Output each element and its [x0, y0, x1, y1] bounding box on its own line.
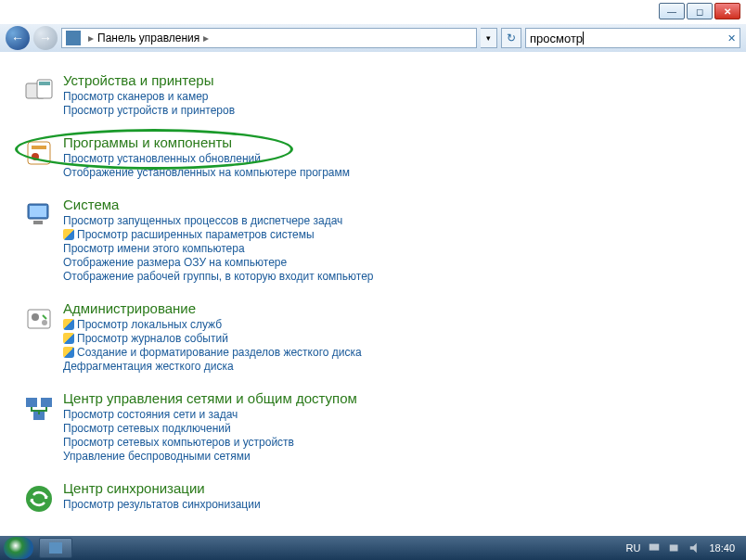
svg-rect-12 [26, 398, 37, 407]
category-title[interactable]: Центр синхронизации [63, 480, 746, 496]
category-title[interactable]: Устройства и принтеры [63, 72, 746, 88]
svg-point-10 [32, 313, 39, 321]
svg-rect-21 [670, 545, 678, 552]
uac-shield-icon [63, 229, 74, 240]
network-tray-icon[interactable] [668, 541, 681, 554]
category-title[interactable]: Центр управления сетями и общим доступом [63, 390, 746, 406]
svg-marker-22 [690, 543, 697, 554]
category-link[interactable]: Просмотр запущенных процессов в диспетче… [63, 214, 746, 227]
minimize-button[interactable]: — [659, 3, 685, 19]
devices-icon [22, 74, 56, 108]
category-body: Устройства и принтерыПросмотр сканеров и… [63, 72, 746, 118]
navigation-bar: ← → ▸ Панель управления ▸ ▾ ↻ просмотр ✕ [0, 24, 746, 52]
category-body: СистемаПросмотр запущенных процессов в д… [63, 197, 746, 284]
address-bar[interactable]: ▸ Панель управления ▸ [61, 28, 477, 48]
svg-rect-2 [39, 82, 50, 85]
network-icon [22, 392, 56, 426]
category-body: Центр управления сетями и общим доступом… [63, 390, 746, 464]
link-text: Просмотр сетевых компьютеров и устройств [63, 436, 294, 449]
link-text: Отображение рабочей группы, в которую вх… [63, 270, 374, 283]
category-link[interactable]: Просмотр результатов синхронизации [63, 498, 746, 511]
uac-shield-icon [63, 347, 74, 358]
category-link[interactable]: Дефрагментация жесткого диска [63, 360, 746, 373]
link-text: Отображение установленных на компьютере … [63, 166, 350, 179]
category-body: Центр синхронизацииПросмотр результатов … [63, 480, 746, 515]
category-block: Программы и компонентыПросмотр установле… [22, 134, 746, 180]
breadcrumb-separator: ▸ [84, 32, 97, 45]
category-title[interactable]: Программы и компоненты [63, 134, 746, 150]
maximize-button[interactable]: ◻ [687, 3, 713, 19]
category-link[interactable]: Просмотр сканеров и камер [63, 90, 746, 103]
clock[interactable]: 18:40 [709, 542, 735, 554]
category-link[interactable]: Просмотр локальных служб [63, 318, 746, 331]
close-button[interactable]: ✕ [714, 3, 740, 19]
category-link[interactable]: Просмотр сетевых компьютеров и устройств [63, 436, 746, 449]
search-input[interactable]: просмотр ✕ [525, 28, 740, 48]
volume-icon[interactable] [688, 541, 701, 554]
svg-rect-9 [28, 310, 50, 328]
link-text: Просмотр запущенных процессов в диспетче… [63, 214, 342, 227]
category-link[interactable]: Просмотр сетевых подключений [63, 422, 746, 435]
svg-rect-3 [28, 142, 50, 164]
nav-back-button[interactable]: ← [6, 26, 30, 50]
category-link[interactable]: Отображение размера ОЗУ на компьютере [63, 256, 746, 269]
clear-search-button[interactable]: ✕ [727, 32, 736, 45]
link-text: Просмотр локальных служб [77, 318, 222, 331]
category-link[interactable]: Управление беспроводными сетями [63, 450, 746, 463]
category-link[interactable]: Просмотр устройств и принтеров [63, 104, 746, 117]
category-block: СистемаПросмотр запущенных процессов в д… [22, 197, 746, 284]
link-text: Просмотр сканеров и камер [63, 90, 209, 103]
refresh-button[interactable]: ↻ [501, 28, 521, 48]
link-text: Создание и форматирование разделов жестк… [77, 346, 362, 359]
link-text: Просмотр расширенных параметров системы [77, 228, 315, 241]
svg-point-15 [26, 486, 52, 512]
language-indicator[interactable]: RU [626, 542, 641, 554]
svg-point-11 [42, 320, 47, 325]
category-title[interactable]: Администрирование [63, 300, 746, 316]
category-link[interactable]: Просмотр состояния сети и задач [63, 408, 746, 421]
window-controls: — ◻ ✕ [659, 3, 740, 19]
link-text: Просмотр сетевых подключений [63, 422, 231, 435]
svg-rect-20 [650, 544, 660, 551]
link-text: Просмотр результатов синхронизации [63, 498, 261, 511]
category-body: Программы и компонентыПросмотр установле… [63, 134, 746, 180]
system-icon [22, 198, 56, 232]
results-pane: Устройства и принтерыПросмотр сканеров и… [0, 54, 746, 536]
action-center-icon[interactable] [648, 541, 661, 554]
category-block: АдминистрированиеПросмотр локальных служ… [22, 300, 746, 374]
system-tray: RU 18:40 [626, 541, 742, 554]
category-link[interactable]: Просмотр журналов событий [63, 332, 746, 345]
svg-rect-8 [33, 221, 43, 224]
category-body: АдминистрированиеПросмотр локальных служ… [63, 300, 746, 374]
svg-rect-13 [41, 398, 52, 407]
taskbar: RU 18:40 [0, 536, 746, 560]
uac-shield-icon [63, 319, 74, 330]
breadcrumb-item[interactable]: Панель управления [97, 32, 199, 45]
control-panel-icon [66, 31, 81, 45]
category-block: Устройства и принтерыПросмотр сканеров и… [22, 72, 746, 118]
start-button[interactable] [4, 537, 33, 559]
link-text: Просмотр имени этого компьютера [63, 242, 245, 255]
link-text: Отображение размера ОЗУ на компьютере [63, 256, 287, 269]
address-dropdown-button[interactable]: ▾ [481, 28, 497, 48]
taskbar-app-button[interactable] [39, 538, 72, 558]
link-text: Управление беспроводными сетями [63, 450, 251, 463]
link-text: Просмотр установленных обновлений [63, 152, 261, 165]
category-link[interactable]: Просмотр установленных обновлений [63, 152, 746, 165]
category-link[interactable]: Просмотр имени этого компьютера [63, 242, 746, 255]
svg-rect-4 [32, 146, 46, 149]
admin-icon [22, 302, 56, 336]
nav-forward-button[interactable]: → [33, 26, 58, 50]
programs-icon [22, 136, 56, 170]
category-link[interactable]: Создание и форматирование разделов жестк… [63, 346, 746, 359]
uac-shield-icon [63, 333, 74, 344]
category-link[interactable]: Отображение установленных на компьютере … [63, 166, 746, 179]
svg-rect-7 [30, 206, 46, 217]
category-block: Центр синхронизацииПросмотр результатов … [22, 480, 746, 515]
link-text: Дефрагментация жесткого диска [63, 360, 234, 373]
category-title[interactable]: Система [63, 197, 746, 212]
category-link[interactable]: Отображение рабочей группы, в которую вх… [63, 270, 746, 283]
sync-icon [22, 482, 56, 515]
link-text: Просмотр журналов событий [77, 332, 228, 345]
category-link[interactable]: Просмотр расширенных параметров системы [63, 228, 746, 241]
